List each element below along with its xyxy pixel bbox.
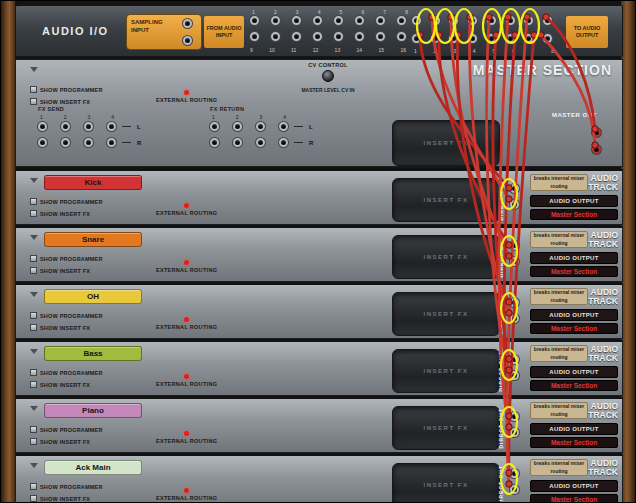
fold-arrow-icon[interactable]	[30, 235, 38, 240]
show-programmer-checkbox[interactable]	[30, 426, 37, 433]
show-insert-fx-checkbox[interactable]	[30, 98, 37, 105]
audio-jack[interactable]	[376, 32, 385, 41]
show-programmer-label: SHOW PROGRAMMER	[40, 87, 103, 93]
master-level-cv-knob[interactable]	[322, 70, 334, 82]
audio-jack[interactable]	[38, 122, 47, 131]
show-insert-fx-checkbox[interactable]	[30, 267, 37, 274]
audio-jack[interactable]	[355, 32, 364, 41]
direct-out-jack-left[interactable]	[510, 469, 519, 478]
track-tape-label[interactable]: Snare	[44, 232, 142, 247]
audio-jack[interactable]	[107, 122, 116, 131]
direct-out-jack-right[interactable]	[510, 428, 519, 437]
show-insert-fx-checkbox[interactable]	[30, 210, 37, 217]
show-programmer-label: SHOW PROGRAMMER	[40, 199, 103, 205]
audio-jack[interactable]	[38, 138, 47, 147]
insert-fx-label: INSERT FX	[424, 311, 469, 317]
audio-jack[interactable]	[107, 138, 116, 147]
fold-arrow-icon[interactable]	[30, 178, 38, 183]
rack-wood-left	[1, 1, 15, 502]
show-insert-fx-checkbox[interactable]	[30, 381, 37, 388]
show-programmer-checkbox[interactable]	[30, 483, 37, 490]
audio-jack[interactable]	[271, 32, 280, 41]
show-programmer-checkbox[interactable]	[30, 312, 37, 319]
insert-fx-slot: INSERT FX	[392, 406, 500, 450]
jack-number-label: 4	[473, 48, 476, 54]
audio-jack[interactable]	[210, 122, 219, 131]
jack-number-label: 3	[296, 9, 299, 15]
audio-jack[interactable]	[256, 122, 265, 131]
audio-track-device: OH SHOW PROGRAMMER SHOW INSERT FX EXTERN…	[15, 283, 623, 339]
fx-return-group: FX RETURN 1234 L R	[210, 106, 330, 154]
master-out-right-jack[interactable]	[592, 145, 601, 154]
audio-jack[interactable]	[412, 16, 421, 25]
show-insert-fx-row: SHOW INSERT FX	[30, 210, 90, 217]
audio-track-label: AUDIO TRACK	[584, 174, 618, 192]
audio-jack[interactable]	[233, 122, 242, 131]
audio-jack[interactable]	[84, 138, 93, 147]
jack-number-label: 12	[313, 47, 319, 53]
show-programmer-row: SHOW PROGRAMMER	[30, 86, 103, 93]
jack-number-label: 3	[259, 114, 262, 120]
external-routing-label: EXTERNAL ROUTING	[156, 267, 217, 273]
jack-number-label: 14	[357, 47, 363, 53]
track-tape-label[interactable]: OH	[44, 289, 142, 304]
audio-output-label: AUDIO OUTPUT	[530, 195, 618, 207]
show-insert-fx-checkbox[interactable]	[30, 438, 37, 445]
breaks-routing-note: breaks internal mixer routing	[530, 345, 588, 362]
audio-jack[interactable]	[271, 16, 280, 25]
show-programmer-label: SHOW PROGRAMMER	[40, 256, 103, 262]
show-insert-fx-checkbox[interactable]	[30, 495, 37, 502]
audio-jack[interactable]	[313, 16, 322, 25]
audio-output-label: AUDIO OUTPUT	[530, 480, 618, 492]
track-tape-label[interactable]: Bass	[44, 346, 142, 361]
audio-jack[interactable]	[250, 32, 259, 41]
audio-jack[interactable]	[376, 16, 385, 25]
track-tape-label[interactable]: Piano	[44, 403, 142, 418]
audio-track-label: AUDIO TRACK	[584, 402, 618, 420]
fold-arrow-icon[interactable]	[30, 292, 38, 297]
show-insert-fx-checkbox[interactable]	[30, 324, 37, 331]
audio-jack[interactable]	[279, 122, 288, 131]
audio-jack[interactable]	[256, 138, 265, 147]
audio-jack[interactable]	[355, 16, 364, 25]
insert-fx-slot: INSERT FX	[392, 349, 500, 393]
direct-out-jack-right[interactable]	[510, 485, 519, 494]
audio-jack[interactable]	[313, 32, 322, 41]
direct-out-jack-left[interactable]	[510, 412, 519, 421]
fold-arrow-icon[interactable]	[30, 349, 38, 354]
track-tape-label[interactable]: Kick	[44, 175, 142, 190]
audio-track-device: Piano SHOW PROGRAMMER SHOW INSERT FX EXT…	[15, 397, 623, 453]
show-programmer-checkbox[interactable]	[30, 255, 37, 262]
external-routing-indicator: EXTERNAL ROUTING	[156, 203, 217, 216]
sampling-input-jack-left[interactable]	[183, 19, 192, 28]
audio-track-device: Ack Main SHOW PROGRAMMER SHOW INSERT FX …	[15, 454, 623, 503]
fold-arrow-icon[interactable]	[30, 406, 38, 411]
input-numbers-top: 12345678	[250, 9, 410, 15]
audio-jack[interactable]	[61, 122, 70, 131]
audio-jack[interactable]	[292, 32, 301, 41]
audio-jack[interactable]	[61, 138, 70, 147]
output-numbers: 12345678	[412, 48, 556, 54]
audio-jack[interactable]	[292, 16, 301, 25]
jack-number-label: 4	[111, 114, 114, 120]
sampling-input-jack-right[interactable]	[183, 36, 192, 45]
audio-jack[interactable]	[250, 16, 259, 25]
show-programmer-checkbox[interactable]	[30, 369, 37, 376]
audio-jack[interactable]	[279, 138, 288, 147]
audio-input-jack-row-1	[250, 16, 406, 25]
track-tape-label[interactable]: Ack Main	[44, 460, 142, 475]
audio-jack[interactable]	[334, 16, 343, 25]
audio-jack[interactable]	[233, 138, 242, 147]
fx-send-group: FX SEND 1234 L R	[38, 106, 158, 154]
fold-arrow-icon[interactable]	[30, 463, 38, 468]
show-programmer-checkbox[interactable]	[30, 198, 37, 205]
audio-jack[interactable]	[397, 32, 406, 41]
fold-arrow-icon[interactable]	[30, 67, 38, 72]
show-programmer-checkbox[interactable]	[30, 86, 37, 93]
show-insert-fx-label: SHOW INSERT FX	[40, 99, 90, 105]
audio-jack[interactable]	[210, 138, 219, 147]
audio-jack[interactable]	[334, 32, 343, 41]
audio-jack[interactable]	[397, 16, 406, 25]
audio-jack[interactable]	[84, 122, 93, 131]
external-routing-led	[184, 431, 189, 436]
